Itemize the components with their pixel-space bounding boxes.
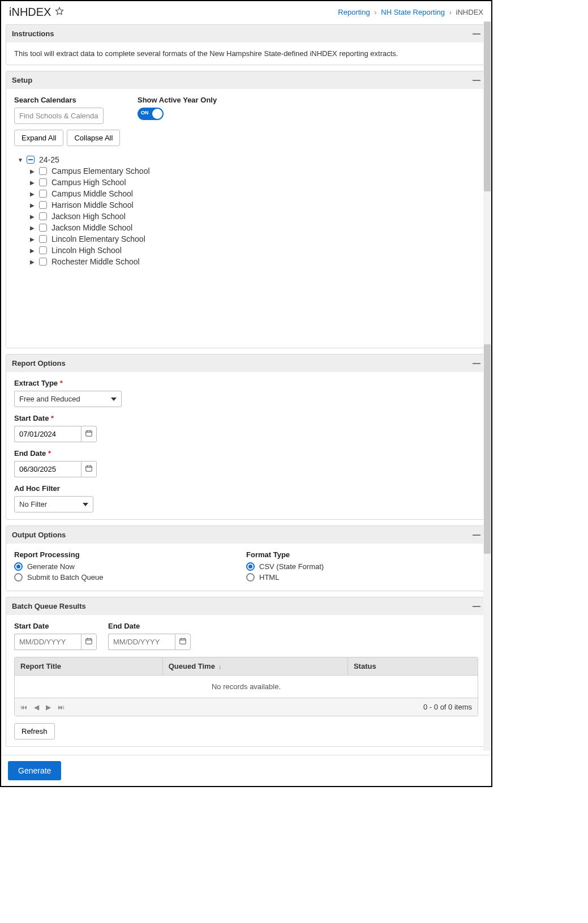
- extract-type-select[interactable]: Free and Reduced: [14, 391, 122, 407]
- sort-arrow-down-icon: ↓: [218, 663, 222, 670]
- breadcrumb-link[interactable]: NH State Reporting: [381, 8, 445, 16]
- extract-type-label: Extract Type *: [14, 379, 478, 387]
- radio-label: CSV (State Format): [259, 562, 324, 571]
- pager-first-icon[interactable]: ⏮: [20, 703, 27, 711]
- radio-label: Generate Now: [27, 562, 75, 571]
- caret-right-icon[interactable]: ▶: [30, 191, 36, 197]
- caret-right-icon[interactable]: ▶: [30, 168, 36, 174]
- tree-checkbox[interactable]: [39, 235, 47, 243]
- svg-rect-2: [86, 639, 92, 644]
- caret-right-icon[interactable]: ▶: [30, 236, 36, 242]
- format-type-label: Format Type: [246, 550, 478, 559]
- section-title: Instructions: [12, 29, 54, 38]
- tree-school-label[interactable]: Jackson High School: [50, 212, 126, 221]
- toggle-on-text: ON: [141, 110, 149, 116]
- section-header-instructions[interactable]: Instructions: [6, 25, 486, 42]
- refresh-button[interactable]: Refresh: [14, 723, 55, 740]
- breadcrumb: Reporting › NH State Reporting › iNHDEX: [338, 8, 483, 16]
- collapse-icon: [473, 363, 480, 364]
- active-year-toggle[interactable]: ON: [138, 108, 164, 120]
- svg-rect-1: [86, 466, 92, 471]
- tree-checkbox[interactable]: [39, 224, 47, 232]
- calendar-icon: [85, 637, 93, 647]
- instructions-text: This tool will extract data to complete …: [14, 49, 398, 58]
- end-date-input[interactable]: [14, 461, 81, 477]
- caret-right-icon[interactable]: ▶: [30, 202, 36, 208]
- tree-checkbox[interactable]: [39, 246, 47, 254]
- batch-start-date-label: Start Date: [14, 622, 97, 630]
- section-title: Report Options: [12, 359, 66, 368]
- calendar-button[interactable]: [81, 634, 97, 650]
- collapse-icon: [473, 80, 480, 81]
- batch-end-date-input[interactable]: [108, 634, 175, 650]
- generate-button[interactable]: Generate: [8, 761, 61, 780]
- radio-submit-batch[interactable]: [14, 573, 23, 582]
- search-calendars-input[interactable]: [14, 108, 104, 124]
- start-date-input[interactable]: [14, 426, 81, 442]
- tree-checkbox[interactable]: [39, 201, 47, 209]
- pager-next-icon[interactable]: ▶: [46, 703, 51, 711]
- tree-school-label[interactable]: Campus Middle School: [50, 189, 133, 198]
- radio-generate-now[interactable]: [14, 562, 23, 571]
- section-header-setup[interactable]: Setup: [6, 71, 486, 89]
- tree-school-label[interactable]: Campus Elementary School: [50, 166, 150, 176]
- section-title: Batch Queue Results: [12, 602, 86, 610]
- radio-csv[interactable]: [246, 562, 255, 571]
- section-header-report-options[interactable]: Report Options: [6, 354, 486, 372]
- section-title: Setup: [12, 76, 32, 84]
- breadcrumb-current: iNHDEX: [456, 8, 483, 16]
- svg-rect-0: [86, 431, 92, 436]
- collapse-icon: [473, 606, 480, 607]
- expand-all-button[interactable]: Expand All: [14, 130, 63, 146]
- section-header-batch-queue[interactable]: Batch Queue Results: [6, 597, 486, 615]
- table-empty-message: No records available.: [15, 675, 478, 698]
- column-header-queued-time[interactable]: Queued Time↓: [163, 657, 348, 675]
- calendar-button[interactable]: [81, 426, 97, 442]
- page-title: iNHDEX: [9, 6, 51, 19]
- radio-html[interactable]: [246, 573, 255, 582]
- batch-start-date-input[interactable]: [14, 634, 81, 650]
- tree-checkbox[interactable]: [39, 258, 47, 266]
- end-date-label: End Date *: [14, 449, 478, 458]
- radio-label: Submit to Batch Queue: [27, 573, 103, 582]
- caret-down-icon[interactable]: ▼: [18, 157, 23, 163]
- tree-school-label[interactable]: Campus High School: [50, 178, 126, 187]
- caret-right-icon[interactable]: ▶: [30, 225, 36, 231]
- tree-school-label[interactable]: Lincoln High School: [50, 246, 122, 255]
- pager-prev-icon[interactable]: ◀: [34, 703, 39, 711]
- section-title: Output Options: [12, 531, 66, 539]
- tree-checkbox[interactable]: [39, 178, 47, 186]
- tree-school-label[interactable]: Jackson Middle School: [50, 223, 132, 232]
- favorite-star-icon[interactable]: [54, 6, 65, 18]
- pager-last-icon[interactable]: ⏭: [58, 703, 65, 711]
- calendar-button[interactable]: [175, 634, 191, 650]
- tree-school-label[interactable]: Harrison Middle School: [50, 200, 134, 210]
- active-year-label: Show Active Year Only: [138, 96, 217, 104]
- tree-checkbox[interactable]: [39, 212, 47, 220]
- caret-right-icon[interactable]: ▶: [30, 180, 36, 186]
- tree-checkbox[interactable]: [39, 167, 47, 175]
- caret-right-icon[interactable]: ▶: [30, 213, 36, 220]
- calendar-button[interactable]: [81, 461, 97, 477]
- radio-label: HTML: [259, 573, 279, 582]
- caret-right-icon[interactable]: ▶: [30, 259, 36, 265]
- tree-school-label[interactable]: Lincoln Elementary School: [50, 234, 145, 243]
- tree-root-label[interactable]: 24-25: [38, 155, 59, 164]
- svg-rect-3: [180, 639, 186, 644]
- calendar-icon: [85, 464, 93, 474]
- tree-indeterminate-checkbox[interactable]: [27, 156, 35, 164]
- breadcrumb-link[interactable]: Reporting: [338, 8, 370, 16]
- calendar-icon: [179, 637, 187, 647]
- tree-school-label[interactable]: Rochester Middle School: [50, 257, 140, 266]
- collapse-icon: [473, 535, 480, 536]
- column-header-status[interactable]: Status: [348, 657, 478, 675]
- tree-checkbox[interactable]: [39, 190, 47, 198]
- adhoc-filter-label: Ad Hoc Filter: [14, 484, 478, 493]
- collapse-all-button[interactable]: Collapse All: [67, 130, 120, 146]
- adhoc-filter-select[interactable]: No Filter: [14, 496, 93, 512]
- batch-end-date-label: End Date: [108, 622, 191, 630]
- caret-right-icon[interactable]: ▶: [30, 247, 36, 254]
- vertical-scrollbar[interactable]: [483, 22, 491, 751]
- section-header-output-options[interactable]: Output Options: [6, 526, 486, 544]
- column-header-report-title[interactable]: Report Title: [15, 657, 163, 675]
